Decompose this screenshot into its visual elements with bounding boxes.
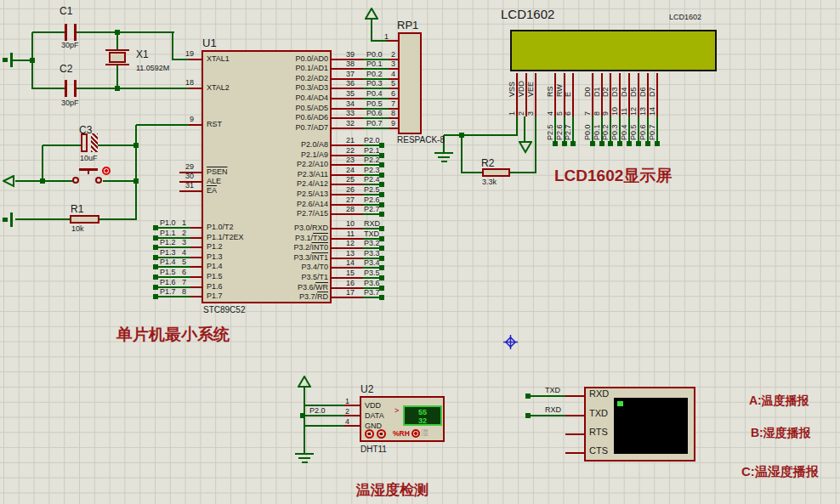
pin-name: RXD (589, 389, 609, 399)
net-label: RXD (545, 406, 561, 414)
caption-c: C:温湿度播报 (741, 465, 819, 478)
caption-b: B:湿度播报 (751, 427, 811, 439)
net-terminal (525, 413, 531, 418)
caption-dht: 温湿度检测 (356, 483, 429, 497)
pin-name: RTS (589, 428, 608, 437)
caption-a: A:温度播报 (749, 394, 809, 406)
net-terminal (525, 394, 531, 399)
net-label: TXD (545, 387, 560, 394)
pin-stub (565, 415, 584, 416)
pin-stub (565, 433, 584, 435)
pin-stub (565, 452, 584, 454)
caption-lcd: LCD1602显示屏 (554, 167, 672, 184)
schematic-canvas: C1 30pF C2 30pF X1 11.0592M C3 10uF R1 1… (0, 0, 840, 504)
caption-mcu: 单片机最小系统 (116, 326, 230, 343)
pin-stub (565, 395, 584, 397)
pin-name: TXD (589, 409, 608, 418)
wire-segment (531, 395, 565, 397)
terminal-pin-rows: RXD TXD TXD RXD RTS CTS (0, 0, 840, 504)
wire-segment (531, 415, 565, 416)
pin-name: CTS (589, 446, 608, 456)
